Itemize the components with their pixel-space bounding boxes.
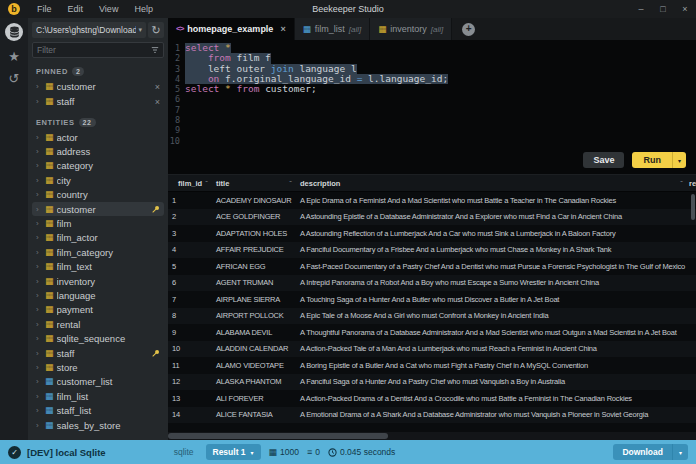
entity-item-film_list[interactable]: ›▦film_list xyxy=(32,389,164,403)
entity-item-country[interactable]: ›▦country xyxy=(32,188,164,202)
table-row[interactable]: 14ALICE FANTASIAA Emotional Drama of a A… xyxy=(168,407,696,424)
entity-item-film_text[interactable]: ›▦film_text xyxy=(32,260,164,274)
chevron-right-icon[interactable]: › xyxy=(36,147,42,156)
close-tab-icon[interactable]: × xyxy=(280,24,285,34)
download-dropdown-button[interactable]: ▾ xyxy=(672,444,688,460)
sql-editor[interactable]: 1select *2 from film f3 left outer join … xyxy=(168,40,696,146)
entity-item-customer_list[interactable]: ›▦customer_list xyxy=(32,375,164,389)
unpin-icon[interactable]: × xyxy=(155,97,160,107)
history-icon[interactable]: ↺ xyxy=(9,72,20,85)
table-row[interactable]: 3ADAPTATION HOLESA Astounding Reflection… xyxy=(168,225,696,242)
chevron-right-icon[interactable]: › xyxy=(36,190,42,199)
table-row[interactable]: 5AFRICAN EGGA Fast-Paced Documentary of … xyxy=(168,258,696,275)
tab-inventory[interactable]: ▦inventory[all] xyxy=(370,18,452,40)
chevron-right-icon[interactable]: › xyxy=(36,406,42,415)
horizontal-scrollbar-thumb[interactable] xyxy=(168,433,388,439)
save-button[interactable]: Save xyxy=(583,152,624,168)
entity-item-category[interactable]: ›▦category xyxy=(32,159,164,173)
entity-item-staff_list[interactable]: ›▦staff_list xyxy=(32,403,164,417)
pinned-section-header[interactable]: PINNED 2 xyxy=(36,67,160,76)
chevron-right-icon[interactable]: › xyxy=(36,392,42,401)
chevron-right-icon[interactable]: › xyxy=(36,176,42,185)
table-row[interactable]: 11ALAMO VIDEOTAPEA Boring Epistle of a B… xyxy=(168,357,696,374)
entity-item-staff[interactable]: ›▦staff xyxy=(32,346,164,360)
entity-item-film_actor[interactable]: ›▦film_actor xyxy=(32,231,164,245)
entity-item-address[interactable]: ›▦address xyxy=(32,144,164,158)
column-header-description[interactable]: description ˆ xyxy=(296,175,687,191)
table-row[interactable]: 8AIRPORT POLLOCKA Epic Tale of a Moose A… xyxy=(168,308,696,325)
tab-homepage_example[interactable]: <>homepage_example× xyxy=(168,18,295,40)
entities-section-header[interactable]: ENTITIES 22 xyxy=(36,118,160,127)
column-header-title[interactable]: title ˆ xyxy=(212,175,296,191)
chevron-right-icon[interactable]: › xyxy=(36,305,42,314)
table-row[interactable]: 1ACADEMY DINOSAURA Epic Drama of a Femin… xyxy=(168,192,696,209)
entity-item-rental[interactable]: ›▦rental xyxy=(32,317,164,331)
chevron-right-icon[interactable]: › xyxy=(36,377,42,386)
run-dropdown-button[interactable]: ▾ xyxy=(672,152,686,168)
chevron-right-icon[interactable]: › xyxy=(36,349,42,358)
pinned-item-staff[interactable]: ›▦staff× xyxy=(32,94,164,109)
chevron-right-icon[interactable]: › xyxy=(36,334,42,343)
chevron-right-icon[interactable]: › xyxy=(36,233,42,242)
menu-file[interactable]: File xyxy=(29,4,60,14)
table-row[interactable]: 4AFFAIR PREJUDICEA Fanciful Documentary … xyxy=(168,242,696,259)
menu-edit[interactable]: Edit xyxy=(60,4,92,14)
table-row[interactable]: 7AIRPLANE SIERRAA Touching Saga of a Hun… xyxy=(168,291,696,308)
chevron-right-icon[interactable]: › xyxy=(36,262,42,271)
download-button[interactable]: Download xyxy=(613,444,672,460)
chevron-right-icon[interactable]: › xyxy=(36,82,42,91)
chevron-right-icon[interactable]: › xyxy=(36,363,42,372)
table-row[interactable]: 13ALI FOREVERA Action-Packed Drama of a … xyxy=(168,390,696,407)
entity-item-sales_by_store[interactable]: ›▦sales_by_store xyxy=(32,418,164,432)
add-tab-button[interactable]: + xyxy=(462,23,475,36)
chevron-right-icon[interactable]: › xyxy=(36,277,42,286)
entity-item-actor[interactable]: ›▦actor xyxy=(32,130,164,144)
filter-funnel-icon[interactable] xyxy=(151,46,159,54)
column-header-release-year[interactable]: release_year xyxy=(687,175,696,191)
entity-item-city[interactable]: ›▦city xyxy=(32,173,164,187)
refresh-button[interactable]: ↻ xyxy=(148,22,164,38)
table-row[interactable]: 6AGENT TRUMANA Intrepid Panorama of a Ro… xyxy=(168,275,696,292)
entity-item-sqlite_sequence[interactable]: ›▦sqlite_sequence xyxy=(32,331,164,345)
favorites-star-icon[interactable]: ★ xyxy=(8,50,20,63)
entity-item-film[interactable]: ›▦film xyxy=(32,216,164,230)
chevron-right-icon[interactable]: › xyxy=(36,421,42,430)
column-header-film-id[interactable]: film_id ˆ xyxy=(168,175,212,191)
entity-item-store[interactable]: ›▦store xyxy=(32,360,164,374)
pinned-item-customer[interactable]: ›▦customer× xyxy=(32,79,164,94)
chevron-right-icon[interactable]: › xyxy=(36,320,42,329)
chevron-right-icon[interactable]: › xyxy=(36,133,42,142)
tab-suffix: [all] xyxy=(349,25,361,34)
table-icon: ▦ xyxy=(45,233,54,242)
chevron-right-icon[interactable]: › xyxy=(36,248,42,257)
database-connection-icon[interactable] xyxy=(5,23,23,41)
close-button[interactable]: × xyxy=(674,4,696,14)
tab-film_list[interactable]: ▦film_list[all] xyxy=(295,18,371,40)
entity-item-inventory[interactable]: ›▦inventory xyxy=(32,274,164,288)
run-button[interactable]: Run xyxy=(632,152,672,168)
chevron-right-icon[interactable]: › xyxy=(36,291,42,300)
filter-input[interactable] xyxy=(37,45,151,55)
entity-item-language[interactable]: ›▦language xyxy=(32,288,164,302)
menu-help[interactable]: Help xyxy=(126,4,161,14)
table-row[interactable]: 12ALASKA PHANTOMA Fanciful Saga of a Hun… xyxy=(168,374,696,391)
table-row[interactable]: 10ALADDIN CALENDARA Action-Packed Tale o… xyxy=(168,341,696,358)
table-row[interactable]: 2ACE GOLDFINGERA Astounding Epistle of a… xyxy=(168,209,696,226)
vertical-scrollbar[interactable] xyxy=(691,194,695,220)
table-row[interactable]: 9ALABAMA DEVILA Thoughtful Panorama of a… xyxy=(168,324,696,341)
entity-item-payment[interactable]: ›▦payment xyxy=(32,303,164,317)
chevron-right-icon[interactable]: › xyxy=(36,219,42,228)
maximize-button[interactable]: □ xyxy=(652,4,674,14)
menu-view[interactable]: View xyxy=(91,4,126,14)
unpin-icon[interactable]: × xyxy=(155,82,160,92)
result-selector[interactable]: Result 1 ▾ xyxy=(206,444,261,460)
chevron-right-icon[interactable]: › xyxy=(36,97,42,106)
chevron-right-icon[interactable]: › xyxy=(36,205,42,214)
horizontal-scrollbar[interactable] xyxy=(168,432,696,440)
entity-item-film_category[interactable]: ›▦film_category xyxy=(32,245,164,259)
entity-item-customer[interactable]: ›▦customer xyxy=(32,202,164,216)
connection-select[interactable]: C:\Users\ghstng\Downloads ▾ xyxy=(32,22,146,38)
minimize-button[interactable]: – xyxy=(630,4,652,14)
entity-item-label: payment xyxy=(57,304,160,315)
chevron-right-icon[interactable]: › xyxy=(36,161,42,170)
